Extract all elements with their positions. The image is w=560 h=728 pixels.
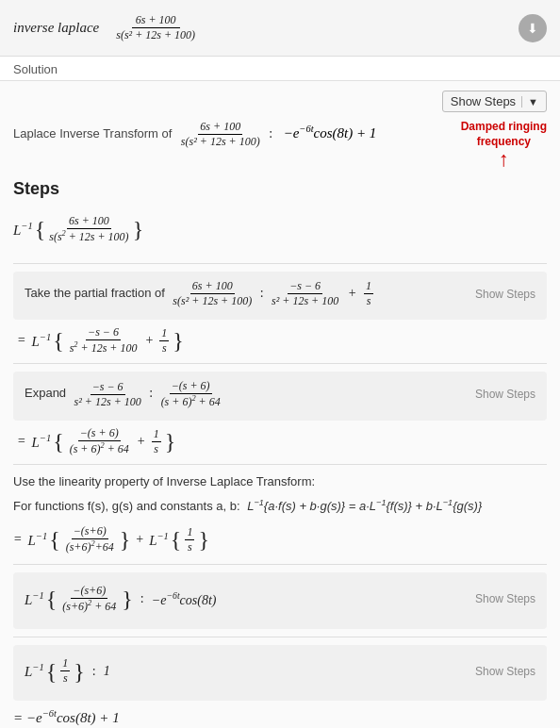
step2-eq-f1-num: −(s + 6) bbox=[78, 426, 121, 441]
formula-fraction: 6s + 100 s(s² + 12s + 100) bbox=[112, 13, 199, 42]
lin-brace1-close: } bbox=[120, 528, 131, 551]
step1-frac: 6s + 100 s(s² + 12s + 100) bbox=[171, 279, 254, 308]
lin-brace2-close: } bbox=[198, 528, 209, 551]
laplace-result-left: Laplace Inverse Transform of 6s + 100 s(… bbox=[13, 120, 376, 149]
step1-L: L−1 bbox=[31, 332, 51, 350]
step1-frac-num: 6s + 100 bbox=[190, 279, 235, 294]
step2-r-den: (s + 6)2 + 64 bbox=[159, 394, 222, 409]
step0-equation: L−1 { 6s + 100 s(s2 + 12s + 100) } bbox=[13, 214, 547, 244]
step1-eq-sign: = bbox=[17, 333, 25, 348]
step3-desc: L−1 { −(s+6) (s+6)2 + 64 } : −e−6tcos(8t… bbox=[25, 584, 475, 614]
step3-show-steps[interactable]: Show Steps bbox=[475, 592, 535, 605]
step2-L: L−1 bbox=[31, 433, 51, 451]
step2-eq-f2-den: s bbox=[152, 442, 160, 456]
step1-r2-den: s bbox=[365, 294, 373, 308]
step0-frac: 6s + 100 s(s2 + 12s + 100) bbox=[47, 214, 130, 244]
divider-2 bbox=[13, 363, 547, 364]
linearity-block: Use the linearity property of Inverse La… bbox=[13, 472, 547, 517]
laplace-result-math: −e−6tcos(8t) + 1 bbox=[284, 125, 377, 141]
show-steps-row: Show Steps ▼ bbox=[13, 91, 547, 112]
step4-card: L−1 { 1 s } : 1 Show Steps bbox=[13, 645, 547, 701]
step2-colon: : bbox=[149, 386, 153, 400]
step3-colon: : bbox=[140, 591, 144, 606]
step1-eq-f1-num: −s − 6 bbox=[86, 325, 121, 340]
laplace-frac: 6s + 100 s(s² + 12s + 100) bbox=[179, 120, 262, 149]
solution-body: Show Steps ▼ Laplace Inverse Transform o… bbox=[0, 81, 560, 728]
show-steps-label: Show Steps bbox=[451, 94, 516, 108]
step3-header: L−1 { −(s+6) (s+6)2 + 64 } : −e−6tcos(8t… bbox=[25, 580, 535, 618]
step2-eq-frac1: −(s + 6) (s + 6)2 + 64 bbox=[68, 426, 131, 456]
lin-L2: L−1 bbox=[149, 531, 169, 549]
step2-frac: −s − 6 s² + 12s + 100 bbox=[73, 380, 143, 409]
laplace-prefix-text: Laplace Inverse Transform of bbox=[13, 126, 172, 141]
step4-header: L−1 { 1 s } : 1 Show Steps bbox=[25, 653, 535, 689]
laplace-colon: : bbox=[269, 126, 272, 141]
linearity-desc-text: For functions f(s), g(s) and constants a… bbox=[13, 499, 240, 513]
divider-1 bbox=[13, 263, 547, 264]
lin-eq-sign: = bbox=[13, 532, 22, 547]
annotation-line1: Damped ringing bbox=[461, 120, 547, 135]
divider-4 bbox=[13, 564, 547, 565]
step2-card: Expand −s − 6 s² + 12s + 100 : −(s + 6) … bbox=[13, 372, 547, 421]
lin-brace1-open: { bbox=[49, 528, 60, 551]
step2-eq-frac2: 1 s bbox=[152, 427, 161, 456]
step1-eq-f1-den: s2 + 12s + 100 bbox=[68, 340, 140, 356]
step3-card: L−1 { −(s+6) (s+6)2 + 64 } : −e−6tcos(8t… bbox=[13, 572, 547, 629]
laplace-frac-den: s(s² + 12s + 100) bbox=[179, 135, 262, 149]
download-icon: ⬇ bbox=[527, 21, 538, 36]
formula-num: 6s + 100 bbox=[132, 13, 180, 28]
step4-show-steps[interactable]: Show Steps bbox=[475, 665, 535, 678]
step1-r-num: −s − 6 bbox=[288, 279, 322, 294]
step3-frac-den: (s+6)2 + 64 bbox=[60, 599, 118, 614]
step4-frac-num: 1 bbox=[60, 656, 70, 671]
linearity-result-row: = L−1 { −(s+6) (s+6)2+64 } + L−1 { 1 s } bbox=[13, 524, 547, 554]
lin-f1-den: (s+6)2+64 bbox=[64, 539, 116, 554]
step2-desc-prefix: Expand bbox=[25, 386, 66, 400]
lin-f2-num: 1 bbox=[185, 525, 194, 540]
step4-L: L−1 bbox=[25, 662, 44, 680]
step4-brace-close: } bbox=[74, 660, 85, 683]
step2-result-row: = L−1 { −(s + 6) (s + 6)2 + 64 + 1 s } bbox=[17, 426, 547, 456]
lin-f1-num: −(s+6) bbox=[72, 524, 108, 539]
step2-r-num: −(s + 6) bbox=[170, 379, 212, 394]
step2-brace-open: { bbox=[53, 430, 64, 453]
formula-den: s(s² + 12s + 100) bbox=[112, 28, 199, 42]
step1-header: Take the partial fraction of 6s + 100 s(… bbox=[25, 279, 535, 308]
step1-desc-prefix: Take the partial fraction of bbox=[25, 286, 165, 300]
step3-frac-num: −(s+6) bbox=[71, 584, 107, 599]
top-formula: inverse laplace 6s + 100 s(s² + 12s + 10… bbox=[13, 13, 199, 42]
linearity-desc-row: For functions f(s), g(s) and constants a… bbox=[13, 496, 547, 517]
step3-result: −e−6tcos(8t) bbox=[152, 590, 217, 608]
lin-brace2-open: { bbox=[171, 528, 182, 551]
step1-card: Take the partial fraction of 6s + 100 s(… bbox=[13, 272, 547, 320]
lin-f2-den: s bbox=[186, 540, 194, 554]
final-answer-row: = −e−6tcos(8t) + 1 bbox=[13, 708, 547, 726]
step4-frac-den: s bbox=[61, 671, 70, 686]
step1-eq-frac2: 1 s bbox=[159, 326, 169, 356]
step3-L: L−1 bbox=[25, 590, 44, 608]
step0-frac-num: 6s + 100 bbox=[67, 214, 111, 229]
final-answer-text: = −e−6tcos(8t) + 1 bbox=[13, 708, 120, 726]
laplace-result-row: Laplace Inverse Transform of 6s + 100 s(… bbox=[13, 120, 547, 170]
step1-result-frac2: 1 s bbox=[364, 279, 373, 308]
divider-3 bbox=[13, 464, 547, 465]
top-bar: inverse laplace 6s + 100 s(s² + 12s + 10… bbox=[0, 0, 560, 57]
step1-brace-open: { bbox=[53, 329, 64, 352]
download-button[interactable]: ⬇ bbox=[519, 14, 547, 42]
step4-result: 1 bbox=[104, 664, 110, 679]
show-steps-button[interactable]: Show Steps ▼ bbox=[442, 91, 547, 112]
step1-eq-plus: + bbox=[145, 333, 153, 348]
solution-label: Solution bbox=[0, 57, 560, 81]
step1-frac-den: s(s² + 12s + 100) bbox=[171, 294, 254, 308]
step1-eq-f2-num: 1 bbox=[159, 326, 169, 341]
laplace-frac-num: 6s + 100 bbox=[198, 120, 242, 135]
step1-brace-close: } bbox=[173, 329, 184, 352]
show-steps-arrow-icon: ▼ bbox=[521, 96, 538, 108]
step2-show-steps[interactable]: Show Steps bbox=[475, 388, 535, 401]
step2-header: Expand −s − 6 s² + 12s + 100 : −(s + 6) … bbox=[25, 379, 535, 409]
step1-result-row: = L−1 { −s − 6 s2 + 12s + 100 + 1 s } bbox=[17, 325, 547, 356]
step0-brace-open: { bbox=[35, 218, 46, 240]
annotation-box: Damped ringing frequency ↑ bbox=[461, 120, 547, 170]
step2-eq-f1-den: (s + 6)2 + 64 bbox=[68, 441, 131, 456]
step1-show-steps[interactable]: Show Steps bbox=[475, 288, 535, 301]
